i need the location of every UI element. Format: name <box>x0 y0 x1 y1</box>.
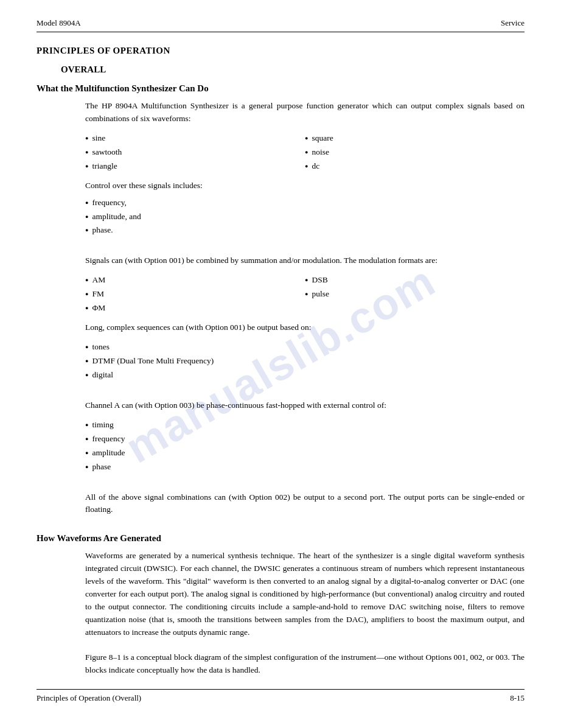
footer-right: 8-15 <box>510 693 524 703</box>
channel-item: amplitude <box>85 446 524 460</box>
page: manualslib.com Model 8904A Service PRINC… <box>0 0 561 728</box>
page-header: Model 8904A Service <box>37 18 524 32</box>
waveform-gen-p1: Waveforms are generated by a numerical s… <box>85 550 524 639</box>
waveform-item: sine <box>85 131 305 145</box>
sequence-item: digital <box>85 368 524 382</box>
service-label: Service <box>501 18 524 28</box>
modulation-list: AM FM ΦM DSB pulse <box>85 273 524 315</box>
channel-list: timing frequency amplitude phase <box>85 418 524 474</box>
waveform-gen-p2: Figure 8–1 is a conceptual block diagram… <box>85 651 524 677</box>
waveform-item: dc <box>305 159 524 173</box>
subsection1-title: What the Multifunction Synthesizer Can D… <box>37 83 524 94</box>
modulation-item: pulse <box>305 287 524 301</box>
modulation-text: Signals can (with Option 001) be combine… <box>85 254 524 267</box>
sequences-list: tones DTMF (Dual Tone Multi Frequency) d… <box>85 340 524 382</box>
control-label: Control over these signals includes: <box>85 180 524 192</box>
waveforms-col2-list: square noise dc <box>305 131 524 173</box>
control-item: frequency, <box>85 196 524 210</box>
channel-item: timing <box>85 418 524 432</box>
footer-left: Principles of Operation (Overall) <box>37 693 141 703</box>
control-item: amplitude, and <box>85 210 524 224</box>
waveforms-list: sine sawtooth triangle square noise dc <box>85 131 524 173</box>
control-items-list: frequency, amplitude, and phase. <box>85 196 524 238</box>
channel-items-list: timing frequency amplitude phase <box>85 418 524 474</box>
modulation-col2: DSB pulse <box>305 273 524 315</box>
output-text: All of the above signal combinations can… <box>85 491 524 517</box>
modulation-col1-list: AM FM ΦM <box>85 273 305 315</box>
control-list: frequency, amplitude, and phase. <box>85 196 524 238</box>
waveforms-col1: sine sawtooth triangle <box>85 131 305 173</box>
modulation-col1: AM FM ΦM <box>85 273 305 315</box>
modulation-item: FM <box>85 287 305 301</box>
waveform-item: noise <box>305 145 524 159</box>
sequences-text: Long, complex sequences can (with Option… <box>85 321 524 334</box>
sequence-item: tones <box>85 340 524 354</box>
modulation-item: AM <box>85 273 305 287</box>
model-label: Model 8904A <box>37 18 81 28</box>
channel-item: frequency <box>85 432 524 446</box>
page-footer: Principles of Operation (Overall) 8-15 <box>37 689 524 703</box>
intro-text: The HP 8904A Multifunction Synthesizer i… <box>85 100 524 125</box>
waveforms-col2: square noise dc <box>305 131 524 173</box>
waveforms-col1-list: sine sawtooth triangle <box>85 131 305 173</box>
channel-item: phase <box>85 460 524 474</box>
waveform-item: triangle <box>85 159 305 173</box>
channel-text: Channel A can (with Option 003) be phase… <box>85 399 524 412</box>
control-item: phase. <box>85 223 524 237</box>
overall-title: OVERALL <box>61 65 524 75</box>
sequence-item: DTMF (Dual Tone Multi Frequency) <box>85 354 524 368</box>
modulation-col2-list: DSB pulse <box>305 273 524 301</box>
modulation-item: ΦM <box>85 301 305 315</box>
subsection2-title: How Waveforms Are Generated <box>37 533 524 544</box>
section-title: PRINCIPLES OF OPERATION <box>37 46 524 56</box>
waveform-item: square <box>305 131 524 145</box>
waveform-item: sawtooth <box>85 145 305 159</box>
modulation-item: DSB <box>305 273 524 287</box>
sequences-items-list: tones DTMF (Dual Tone Multi Frequency) d… <box>85 340 524 382</box>
